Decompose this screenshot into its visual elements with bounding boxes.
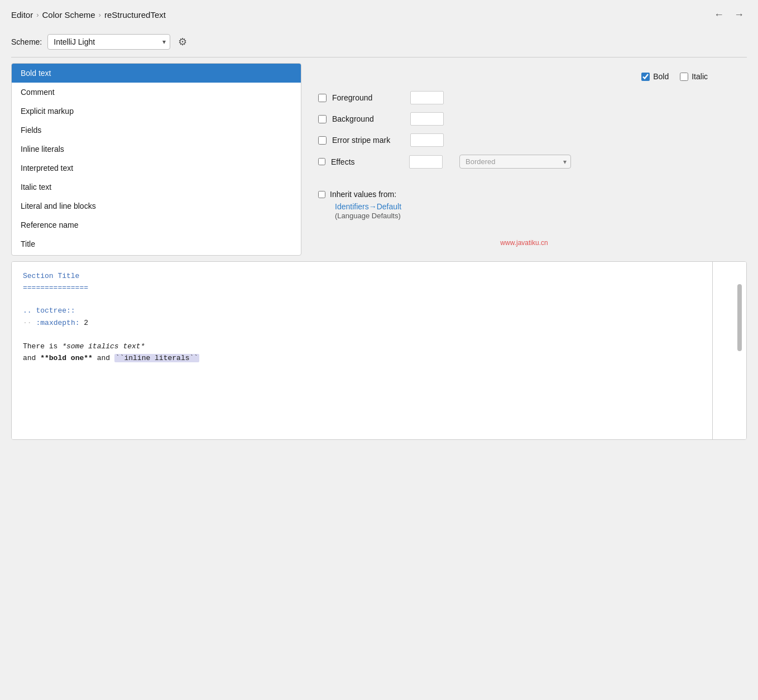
preview-line-italic: There is *some italics text*	[23, 341, 701, 353]
breadcrumb: Editor › Color Scheme › reStructuredText	[11, 10, 166, 20]
code-directive: .. toctree::	[23, 306, 75, 315]
breadcrumb-color-scheme[interactable]: Color Scheme	[42, 10, 95, 20]
preview-section: Section Title =============== .. toctree…	[11, 261, 747, 440]
background-checkbox[interactable]	[318, 115, 327, 123]
effects-label: Effects	[331, 157, 404, 166]
list-item-comment[interactable]: Comment	[12, 83, 301, 102]
forward-button[interactable]: →	[731, 7, 747, 22]
bold-checkbox[interactable]	[641, 73, 650, 81]
foreground-checkbox[interactable]	[318, 94, 327, 102]
minimap-scrollbar[interactable]	[737, 284, 742, 351]
settings-panel: Bold Italic Foreground Background Error …	[301, 63, 747, 256]
scheme-select-wrapper: IntelliJ Light Default Darcula High Cont…	[47, 34, 170, 50]
preview-line-directive: .. toctree::	[23, 305, 701, 317]
preview-line-field: ·· :maxdepth: 2	[23, 317, 701, 329]
preview-line-equals: ===============	[23, 282, 701, 294]
error-stripe-row: Error stripe mark	[318, 133, 730, 147]
inherit-section: Inherit values from: Identifiers→Default…	[318, 184, 730, 220]
breadcrumb-restructured-text: reStructuredText	[104, 10, 166, 20]
code-field: :maxdepth:	[36, 319, 79, 327]
identifiers-link[interactable]: Identifiers→Default	[335, 202, 401, 211]
foreground-label: Foreground	[332, 93, 405, 102]
code-and: and	[23, 354, 40, 362]
list-item-explicit-markup[interactable]: Explicit markup	[12, 102, 301, 121]
top-bar: Editor › Color Scheme › reStructuredText…	[0, 0, 758, 29]
scheme-select[interactable]: IntelliJ Light Default Darcula High Cont…	[47, 34, 170, 50]
background-swatch[interactable]	[410, 112, 444, 126]
breadcrumb-editor[interactable]: Editor	[11, 10, 33, 20]
effect-type-select[interactable]: Bordered Underline Bold Underline Wave S…	[459, 155, 571, 169]
list-item-title[interactable]: Title	[12, 234, 301, 253]
foreground-swatch[interactable]	[410, 91, 444, 104]
background-label: Background	[332, 114, 405, 123]
breadcrumb-sep-1: ›	[36, 11, 39, 19]
code-maxdepth-value: 2	[80, 319, 89, 327]
list-item-italic-text[interactable]: Italic text	[12, 178, 301, 196]
bold-italic-row: Bold Italic	[318, 72, 730, 81]
main-content: Bold text Comment Explicit markup Fields…	[0, 63, 758, 256]
language-defaults-label: (Language Defaults)	[335, 212, 401, 220]
error-stripe-swatch[interactable]	[410, 133, 444, 147]
code-section-title: Section Title	[23, 272, 79, 280]
preview-line-blank2	[23, 329, 701, 341]
code-inline-literal: ``inline literals``	[114, 354, 199, 362]
bold-checkbox-label[interactable]: Bold	[641, 72, 669, 81]
italic-checkbox[interactable]	[680, 73, 688, 81]
inherit-checkbox[interactable]	[318, 191, 325, 198]
scheme-label: Scheme:	[11, 37, 42, 46]
preview-line-section-title: Section Title	[23, 271, 701, 282]
inherit-label: Inherit values from:	[330, 190, 396, 199]
back-button[interactable]: ←	[711, 7, 727, 22]
watermark: www.javatiku.cn	[318, 239, 730, 247]
code-and2: and	[93, 354, 114, 362]
error-stripe-label: Error stripe mark	[332, 136, 405, 145]
preview-line-bold: and **bold one** and ``inline literals``	[23, 353, 701, 365]
preview-line-blank1	[23, 294, 701, 306]
background-row: Background	[318, 112, 730, 126]
divider	[11, 57, 747, 57]
list-item-reference-name[interactable]: Reference name	[12, 215, 301, 234]
preview-code: Section Title =============== .. toctree…	[12, 262, 713, 439]
breadcrumb-sep-2: ›	[99, 11, 101, 19]
effect-type-wrapper: Bordered Underline Bold Underline Wave S…	[459, 155, 571, 169]
list-item-fields[interactable]: Fields	[12, 121, 301, 140]
bold-label: Bold	[653, 72, 669, 81]
list-item-literal-line-blocks[interactable]: Literal and line blocks	[12, 196, 301, 215]
identifiers-row: Identifiers→Default	[318, 202, 730, 211]
list-item-bold-text[interactable]: Bold text	[12, 64, 301, 83]
code-equals: ===============	[23, 284, 88, 292]
italic-checkbox-label[interactable]: Italic	[680, 72, 708, 81]
effects-swatch[interactable]	[409, 155, 443, 169]
error-stripe-checkbox[interactable]	[318, 136, 327, 145]
language-defaults-row: (Language Defaults)	[318, 211, 730, 220]
code-italic-text: *some italics text*	[62, 342, 145, 351]
list-item-inline-literals[interactable]: Inline literals	[12, 140, 301, 159]
preview-minimap	[713, 262, 746, 439]
effects-row: Effects Bordered Underline Bold Underlin…	[318, 155, 730, 169]
nav-arrows: ← →	[711, 7, 747, 22]
list-item-interpreted-text[interactable]: Interpreted text	[12, 159, 301, 178]
code-bold-text: **bold one**	[40, 354, 93, 362]
code-there-is: There is	[23, 342, 62, 351]
effects-checkbox[interactable]	[318, 158, 325, 165]
list-panel: Bold text Comment Explicit markup Fields…	[11, 63, 301, 256]
inherit-row: Inherit values from:	[318, 190, 730, 199]
foreground-row: Foreground	[318, 91, 730, 104]
italic-label: Italic	[692, 72, 708, 81]
scheme-row: Scheme: IntelliJ Light Default Darcula H…	[0, 29, 758, 57]
gear-button[interactable]: ⚙	[176, 33, 189, 50]
